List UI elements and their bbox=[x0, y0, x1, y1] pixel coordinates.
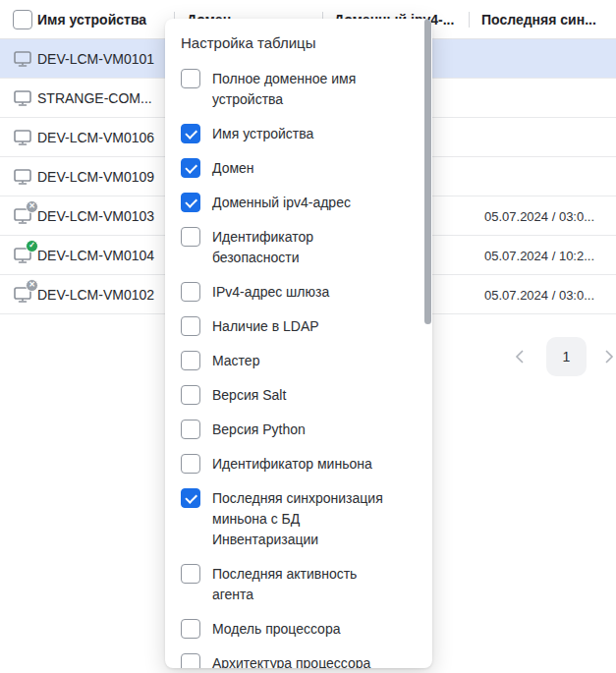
checkbox[interactable] bbox=[181, 124, 200, 143]
device-monitor-icon bbox=[13, 128, 32, 147]
last-sync-value: 05.07.2024 / 03:0... bbox=[484, 275, 594, 314]
pagination-next-icon[interactable] bbox=[602, 349, 616, 365]
checkbox[interactable] bbox=[181, 351, 200, 370]
column-toggle-minion-id[interactable]: Идентификатор миньона bbox=[181, 454, 432, 475]
checkbox[interactable] bbox=[181, 158, 200, 178]
checkbox-label: Домен bbox=[212, 158, 254, 179]
device-monitor-icon bbox=[13, 206, 32, 226]
column-toggle-security-id[interactable]: Идентификатор безопасности bbox=[181, 227, 432, 268]
checkbox-label: Имя устройства bbox=[212, 124, 313, 144]
checkbox-label: Архитектура процессора bbox=[212, 653, 370, 668]
column-toggle-domain[interactable]: Домен bbox=[181, 158, 432, 179]
device-name: DEV-LCM-VM0106 bbox=[37, 118, 154, 157]
checkbox[interactable] bbox=[181, 227, 200, 247]
column-toggle-device-name[interactable]: Имя устройства bbox=[181, 124, 432, 144]
checkbox[interactable] bbox=[181, 488, 200, 508]
checkbox-label: Наличие в LDAP bbox=[212, 316, 319, 337]
column-toggle-gateway-ipv4[interactable]: IPv4-адрес шлюза bbox=[181, 282, 432, 303]
checkbox-label: Версия Salt bbox=[212, 385, 286, 406]
checkbox-label: IPv4-адрес шлюза bbox=[212, 282, 329, 303]
column-divider bbox=[469, 12, 470, 28]
checkbox[interactable] bbox=[181, 619, 200, 639]
checkbox[interactable] bbox=[181, 385, 200, 405]
checkbox[interactable] bbox=[181, 420, 200, 439]
checkbox-label: Версия Python bbox=[212, 420, 306, 440]
column-header-device-name[interactable]: Имя устройства bbox=[37, 0, 146, 39]
pagination-prev-icon[interactable] bbox=[513, 349, 527, 365]
checkbox[interactable] bbox=[181, 564, 200, 584]
column-toggle-ldap[interactable]: Наличие в LDAP bbox=[181, 316, 432, 337]
device-monitor-icon bbox=[13, 246, 32, 265]
device-monitor-icon bbox=[13, 88, 32, 108]
column-toggle-salt-version[interactable]: Версия Salt bbox=[181, 385, 432, 406]
pagination-page-button[interactable]: 1 bbox=[546, 337, 587, 376]
column-toggle-minion-db-sync[interactable]: Последняя синхронизация миньона с БД Инв… bbox=[181, 488, 432, 550]
device-name: DEV-LCM-VM0102 bbox=[37, 275, 154, 314]
device-name: DEV-LCM-VM0101 bbox=[37, 39, 154, 79]
checkbox-label: Мастер bbox=[212, 351, 259, 371]
table-settings-panel: Настройка таблицы Полное доменное имя ус… bbox=[165, 19, 432, 668]
last-sync-value: 05.07.2024 / 03:0... bbox=[484, 196, 594, 236]
checkbox[interactable] bbox=[181, 193, 200, 212]
column-toggle-domain-ipv4[interactable]: Доменный ipv4-адрес bbox=[181, 193, 432, 213]
checkbox[interactable] bbox=[181, 653, 200, 668]
device-monitor-icon bbox=[13, 285, 32, 305]
column-header-last-sync[interactable]: Последняя син... bbox=[481, 0, 596, 39]
checkbox-label: Идентификатор безопасности bbox=[212, 227, 389, 268]
device-name: DEV-LCM-VM0109 bbox=[37, 157, 154, 196]
column-toggle-master[interactable]: Мастер bbox=[181, 351, 432, 371]
column-toggle-agent-activity[interactable]: Последняя активность агента bbox=[181, 564, 432, 605]
checkbox[interactable] bbox=[181, 316, 200, 336]
device-monitor-icon bbox=[13, 49, 32, 69]
panel-scrollbar[interactable] bbox=[424, 19, 431, 324]
column-toggle-cpu-arch[interactable]: Архитектура процессора bbox=[181, 653, 432, 668]
device-table-screen: Имя устройства Домен Доменный ipv4-... П… bbox=[0, 0, 616, 314]
checkbox[interactable] bbox=[181, 454, 200, 474]
checkbox-label: Идентификатор миньона bbox=[212, 454, 372, 475]
panel-title: Настройка таблицы bbox=[181, 32, 432, 53]
last-sync-value: 05.07.2024 / 10:2... bbox=[484, 236, 594, 275]
column-toggle-cpu-model[interactable]: Модель процессора bbox=[181, 619, 432, 640]
column-toggle-fqdn[interactable]: Полное доменное имя устройства bbox=[181, 69, 432, 110]
device-name: DEV-LCM-VM0104 bbox=[37, 236, 154, 275]
checkbox[interactable] bbox=[181, 69, 200, 88]
checkbox-label: Последняя активность агента bbox=[212, 564, 389, 605]
device-name: STRANGE-COM... bbox=[37, 79, 152, 118]
checkbox-label: Полное доменное имя устройства bbox=[212, 69, 389, 110]
column-toggle-python-version[interactable]: Версия Python bbox=[181, 420, 432, 440]
checkbox-label: Последняя синхронизация миньона с БД Инв… bbox=[212, 488, 389, 550]
checkbox-label: Доменный ipv4-адрес bbox=[212, 193, 351, 213]
select-all-checkbox[interactable] bbox=[13, 10, 32, 29]
device-monitor-icon bbox=[13, 167, 32, 187]
device-name: DEV-LCM-VM0103 bbox=[37, 196, 154, 236]
checkbox-label: Модель процессора bbox=[212, 619, 340, 640]
checkbox[interactable] bbox=[181, 282, 200, 302]
